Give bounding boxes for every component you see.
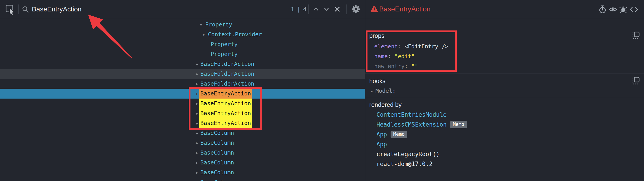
- tree-row[interactable]: ▸ BaseEntryAction: [0, 108, 365, 118]
- memo-badge: Memo: [450, 121, 467, 128]
- view-source-button[interactable]: [629, 5, 638, 14]
- search-input[interactable]: [32, 0, 274, 18]
- tree-row[interactable]: ▸ BaseFolderAction: [0, 79, 365, 89]
- components-tree-panel: 1 | 4: [0, 0, 365, 181]
- chevron-up-icon: [312, 6, 319, 12]
- next-match-button[interactable]: [322, 4, 332, 14]
- chevron-right-icon[interactable]: ▸: [196, 138, 198, 148]
- tree-row[interactable]: ▸ BaseEntryAction: [0, 98, 365, 108]
- stopwatch-icon: [598, 5, 606, 14]
- tree-row[interactable]: ▸ BaseColumn: [0, 138, 365, 148]
- chevron-right-icon[interactable]: ▸: [196, 108, 198, 118]
- tree-row-hovered[interactable]: ▸ BaseFolderAction: [0, 69, 365, 79]
- chevron-down-icon[interactable]: ▾: [202, 30, 205, 40]
- rendered-by-owner[interactable]: AppMemo: [376, 130, 407, 139]
- copy-props-button[interactable]: [632, 31, 640, 40]
- rendered-by-owner[interactable]: App: [376, 139, 387, 149]
- component-tree: ▾ Property ▾ Context.Provider Property P…: [0, 19, 365, 181]
- inspect-cursor-icon: [5, 4, 15, 14]
- tree-row[interactable]: Property: [0, 49, 365, 59]
- props-section-label: props: [369, 31, 384, 41]
- warning-icon: [370, 6, 378, 13]
- chevron-right-icon[interactable]: ▸: [370, 89, 373, 94]
- chevron-right-icon[interactable]: ▸: [196, 128, 198, 138]
- rendered-by-version: react-dom@17.0.2: [376, 159, 432, 169]
- log-component-data-button[interactable]: [618, 5, 628, 14]
- tree-row[interactable]: ▸ BaseColumn: [0, 148, 365, 158]
- prop-row[interactable]: element: <EditEntry />: [374, 42, 448, 52]
- chevron-down-icon: [323, 6, 330, 12]
- section-divider: [365, 98, 644, 98]
- settings-button[interactable]: [351, 4, 361, 14]
- tree-row[interactable]: ▸ BaseColumn: [0, 178, 365, 181]
- toolbar-divider: [346, 4, 347, 14]
- tree-row-selected[interactable]: ▸ BaseEntryAction: [0, 89, 365, 98]
- gear-icon: [351, 5, 360, 14]
- eye-icon: [608, 6, 617, 14]
- tree-row[interactable]: ▾ Context.Provider: [0, 30, 365, 40]
- tree-row[interactable]: ▾ Property: [0, 20, 365, 30]
- selected-component-title: BaseEntryAction: [379, 0, 430, 18]
- tree-row[interactable]: ▸ BaseFolderAction: [0, 59, 365, 69]
- tree-row[interactable]: ▸ BaseColumn: [0, 128, 365, 138]
- chevron-right-icon[interactable]: ▸: [196, 89, 198, 98]
- chevron-right-icon[interactable]: ▸: [196, 148, 198, 158]
- tree-row[interactable]: ▸ BaseEntryAction: [0, 118, 365, 128]
- toolbar-divider: [18, 4, 19, 14]
- clear-search-button[interactable]: [332, 4, 342, 14]
- chevron-right-icon[interactable]: ▸: [196, 178, 198, 181]
- chevron-right-icon[interactable]: ▸: [196, 79, 198, 89]
- copy-hooks-button[interactable]: [632, 76, 640, 85]
- code-brackets-icon: [630, 6, 638, 13]
- hook-row[interactable]: ▸Model:: [370, 86, 396, 96]
- prop-row[interactable]: name: "edit": [374, 52, 415, 62]
- close-icon: [334, 6, 341, 13]
- selected-element-panel: BaseEntryAction: [365, 0, 644, 181]
- prop-row-new-entry[interactable]: new entry: "": [374, 62, 418, 71]
- chevron-right-icon[interactable]: ▸: [196, 98, 198, 108]
- tree-row[interactable]: ▸ BaseColumn: [0, 158, 365, 168]
- components-toolbar: 1 | 4: [0, 0, 365, 18]
- selected-element-header: BaseEntryAction: [365, 0, 644, 18]
- rendered-by-owner[interactable]: ContentEntriesModule: [376, 110, 446, 120]
- copy-icon: [632, 76, 640, 85]
- search-icon: [22, 6, 29, 13]
- inspect-element-button[interactable]: [5, 4, 15, 14]
- previous-match-button[interactable]: [311, 4, 321, 14]
- chevron-right-icon[interactable]: ▸: [196, 59, 198, 69]
- chevron-right-icon[interactable]: ▸: [196, 158, 198, 168]
- tree-row[interactable]: ▸ BaseColumn: [0, 168, 365, 178]
- rendered-by-owner[interactable]: HeadlessCMSExtensionMemo: [376, 120, 467, 130]
- memo-badge: Memo: [390, 130, 407, 138]
- search-result-count: 1 | 4: [291, 0, 308, 18]
- chevron-down-icon[interactable]: ▾: [200, 20, 202, 30]
- section-divider: [365, 73, 644, 74]
- chevron-right-icon[interactable]: ▸: [196, 118, 198, 128]
- tree-row[interactable]: Property: [0, 40, 365, 49]
- chevron-right-icon[interactable]: ▸: [196, 168, 198, 178]
- bug-icon: [619, 5, 627, 14]
- rendered-by-label: rendered by: [369, 100, 402, 110]
- chevron-right-icon[interactable]: ▸: [196, 69, 198, 79]
- suspend-component-button[interactable]: [598, 5, 607, 14]
- copy-icon: [632, 31, 640, 40]
- hooks-section-label: hooks: [369, 76, 386, 86]
- inspect-dom-element-button[interactable]: [608, 5, 618, 14]
- rendered-by-root: createLegacyRoot(): [376, 149, 440, 159]
- toolbar-divider: [308, 4, 309, 14]
